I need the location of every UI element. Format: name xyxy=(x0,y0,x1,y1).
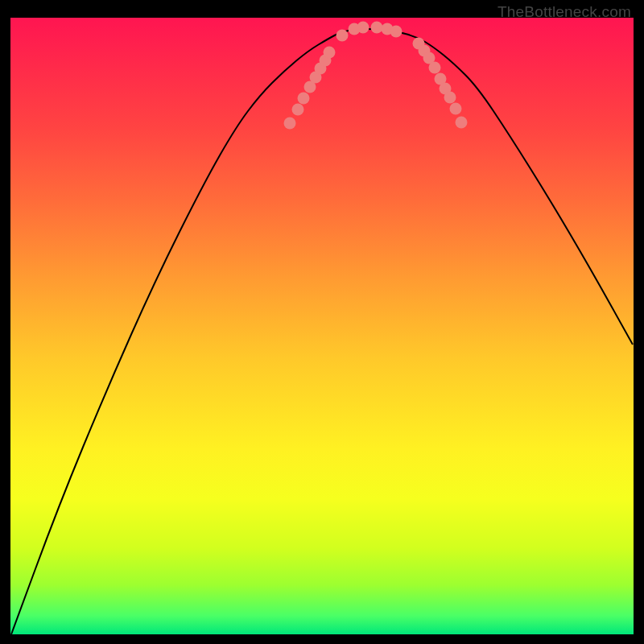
marker-dot xyxy=(357,22,369,34)
marker-dot xyxy=(450,103,462,115)
chart-svg xyxy=(10,18,634,634)
marker-dot xyxy=(324,47,336,59)
marker-dot xyxy=(336,30,349,42)
marker-dot xyxy=(429,62,441,74)
marker-dot xyxy=(371,22,383,34)
marker-dot xyxy=(298,93,310,105)
marker-dot xyxy=(456,117,468,129)
marker-dot xyxy=(284,118,296,130)
marker-dot xyxy=(292,104,304,116)
plot-area xyxy=(10,18,634,634)
bottleneck-curve xyxy=(11,29,633,634)
marker-dot xyxy=(444,92,456,104)
markers xyxy=(284,22,468,130)
chart-frame: TheBottleneck.com xyxy=(0,0,644,644)
marker-dot xyxy=(390,26,402,38)
